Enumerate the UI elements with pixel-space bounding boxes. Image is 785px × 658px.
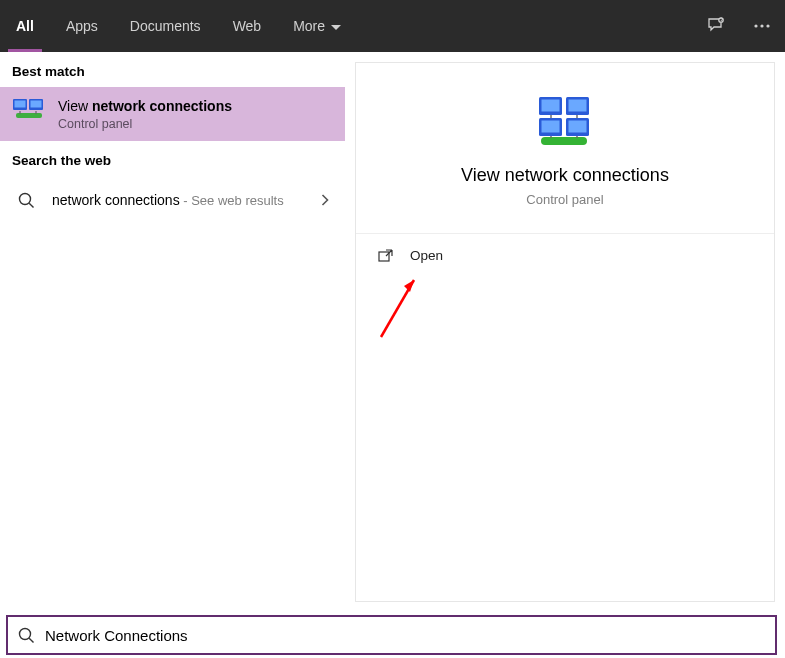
- section-best-match: Best match: [0, 52, 345, 87]
- svg-rect-14: [569, 100, 587, 112]
- best-match-result[interactable]: View network connections Control panel: [0, 87, 345, 141]
- web-result-row[interactable]: network connections - See web results: [0, 176, 345, 224]
- detail-card: View network connections Control panel O…: [355, 62, 775, 602]
- action-open[interactable]: Open: [356, 234, 774, 277]
- search-icon: [12, 186, 40, 214]
- tab-label: Apps: [66, 18, 98, 34]
- web-query: network connections: [52, 192, 180, 208]
- top-tabs-bar: All Apps Documents Web More: [0, 0, 785, 52]
- detail-subtitle: Control panel: [376, 192, 754, 207]
- svg-rect-7: [31, 101, 42, 108]
- search-icon: [18, 627, 35, 644]
- search-bar[interactable]: [6, 615, 777, 655]
- network-connections-icon: [537, 93, 593, 149]
- detail-pane: View network connections Control panel O…: [345, 52, 785, 612]
- web-result-text: network connections - See web results: [52, 192, 321, 208]
- section-search-web: Search the web: [0, 141, 345, 176]
- tab-more[interactable]: More: [277, 0, 357, 52]
- result-text: View network connections Control panel: [58, 97, 333, 131]
- svg-point-1: [754, 24, 757, 27]
- tab-label: Documents: [130, 18, 201, 34]
- svg-rect-20: [379, 252, 389, 261]
- svg-rect-18: [569, 121, 587, 133]
- results-pane: Best match View network connections Cont…: [0, 52, 345, 612]
- svg-point-2: [760, 24, 763, 27]
- svg-line-24: [29, 638, 33, 642]
- chevron-right-icon: [321, 192, 329, 209]
- result-subtitle: Control panel: [58, 117, 333, 131]
- tab-label: All: [16, 18, 34, 34]
- svg-point-9: [19, 193, 30, 204]
- svg-point-23: [20, 628, 31, 639]
- tab-all[interactable]: All: [0, 0, 50, 52]
- tab-label: More: [293, 18, 325, 34]
- svg-rect-19: [541, 137, 587, 145]
- svg-rect-12: [542, 100, 560, 112]
- tab-apps[interactable]: Apps: [50, 0, 114, 52]
- tab-documents[interactable]: Documents: [114, 0, 217, 52]
- title-bold: network connections: [92, 98, 232, 114]
- svg-point-3: [766, 24, 769, 27]
- svg-rect-16: [542, 121, 560, 133]
- detail-header: View network connections Control panel: [356, 63, 774, 234]
- result-title: View network connections: [58, 97, 333, 115]
- feedback-icon[interactable]: [693, 0, 739, 52]
- more-options-icon[interactable]: [739, 0, 785, 52]
- network-connections-icon: [12, 97, 46, 131]
- svg-rect-5: [15, 101, 26, 108]
- open-icon: [378, 249, 394, 263]
- chevron-down-icon: [331, 18, 341, 34]
- action-label: Open: [410, 248, 443, 263]
- title-prefix: View: [58, 98, 92, 114]
- detail-title: View network connections: [376, 165, 754, 186]
- svg-line-10: [29, 203, 33, 207]
- tab-label: Web: [233, 18, 262, 34]
- tab-web[interactable]: Web: [217, 0, 278, 52]
- web-suffix: - See web results: [180, 193, 284, 208]
- search-input[interactable]: [45, 627, 765, 644]
